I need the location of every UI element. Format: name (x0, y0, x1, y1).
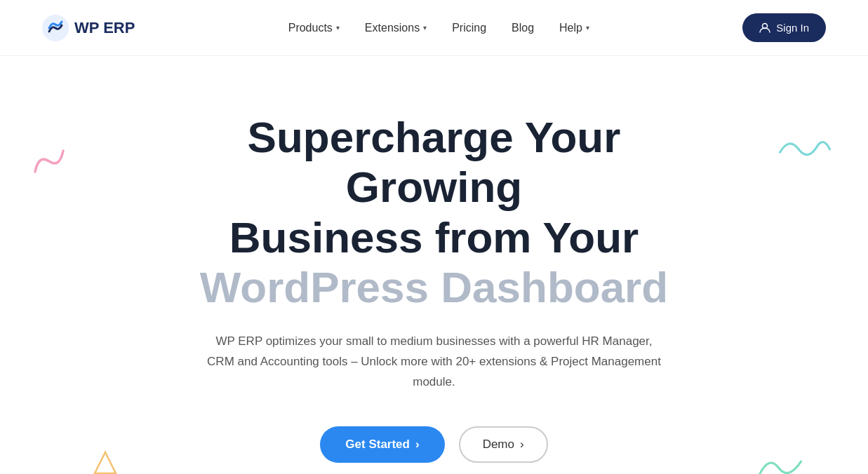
hero-subtitle: WP ERP optimizes your small to medium bu… (206, 332, 662, 393)
arrow-right-icon-primary: › (415, 438, 420, 452)
nav-item-extensions[interactable]: Extensions ▾ (365, 22, 427, 34)
nav-item-help[interactable]: Help ▾ (559, 22, 589, 34)
signin-button[interactable]: Sign In (742, 13, 826, 42)
nav-label-extensions: Extensions (365, 22, 420, 34)
hero-title-line1: Supercharge Your Growing Business from Y… (161, 112, 708, 262)
logo[interactable]: WP ERP (42, 15, 135, 41)
chevron-down-icon-products: ▾ (336, 24, 340, 32)
deco-squiggle-topright (777, 133, 833, 168)
hero-buttons: Get Started › Demo › (320, 426, 547, 463)
hero-title-line3: WordPress Dashboard (200, 262, 668, 312)
demo-button[interactable]: Demo › (459, 426, 548, 463)
nav-item-products[interactable]: Products ▾ (288, 22, 340, 34)
nav-links: Products ▾ Extensions ▾ Pricing Blog Hel… (288, 22, 589, 34)
get-started-label: Get Started (345, 438, 410, 452)
navbar: WP ERP Products ▾ Extensions ▾ Pricing B… (0, 0, 868, 56)
svg-marker-2 (95, 452, 116, 473)
logo-icon (42, 15, 69, 41)
nav-label-help: Help (559, 22, 582, 34)
chevron-down-icon-extensions: ▾ (423, 24, 427, 32)
deco-squiggle-bottomright (756, 449, 805, 474)
deco-squiggle-topleft (28, 140, 70, 182)
deco-triangle-bottomleft (91, 449, 119, 474)
user-icon (759, 22, 770, 34)
nav-item-pricing[interactable]: Pricing (452, 22, 486, 34)
signin-label: Sign In (776, 22, 809, 34)
demo-label: Demo (483, 438, 514, 452)
hero-section: Supercharge Your Growing Business from Y… (0, 56, 868, 474)
nav-label-products: Products (288, 22, 333, 34)
nav-label-blog: Blog (512, 22, 534, 34)
chevron-down-icon-help: ▾ (586, 24, 589, 32)
nav-item-blog[interactable]: Blog (512, 22, 534, 34)
arrow-right-icon-secondary: › (520, 438, 524, 452)
get-started-button[interactable]: Get Started › (320, 426, 444, 463)
logo-text: WP ERP (74, 19, 135, 37)
nav-label-pricing: Pricing (452, 22, 486, 34)
